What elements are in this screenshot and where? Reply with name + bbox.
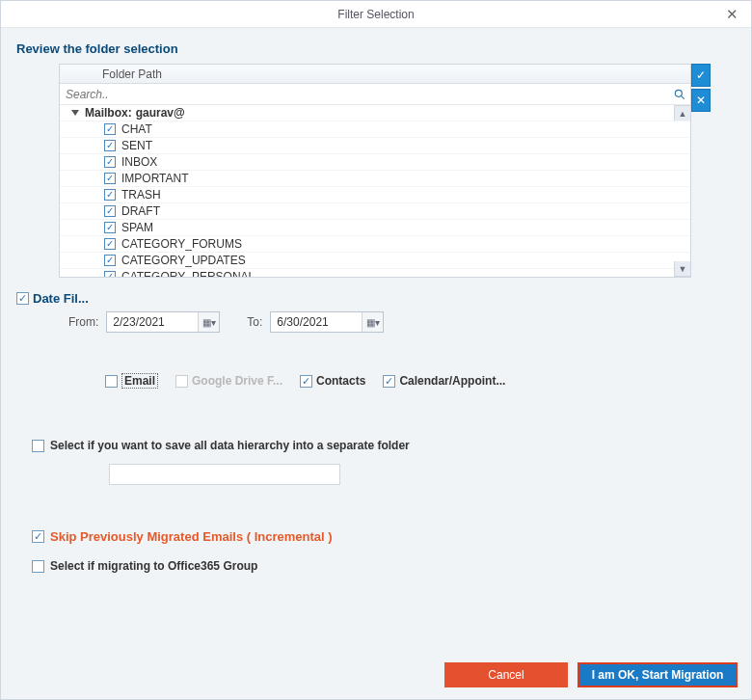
folder-panel: Folder Path ▲ Mailbox: gaurav@ CHAT SENT [59, 64, 691, 278]
cancel-button[interactable]: Cancel [444, 662, 568, 687]
to-date-value: 6/30/2021 [277, 315, 328, 329]
folder-checkbox[interactable] [104, 205, 116, 217]
folder-label: CATEGORY_UPDATES [121, 253, 246, 269]
folder-checkbox[interactable] [104, 123, 116, 135]
svg-line-1 [681, 95, 684, 98]
window-title: Filter Selection [337, 8, 414, 21]
date-filter-checkbox[interactable] [16, 292, 29, 305]
folder-item[interactable]: DRAFT [60, 203, 690, 220]
calendar-dropdown-icon[interactable]: ▦▾ [362, 312, 383, 332]
folder-checkbox[interactable] [104, 222, 116, 233]
folder-column-header[interactable]: Folder Path [60, 65, 690, 84]
folder-checkbox[interactable] [104, 238, 116, 250]
folder-item[interactable]: CHAT [60, 121, 690, 138]
folder-item[interactable]: INBOX [60, 154, 690, 171]
collapse-icon[interactable] [71, 110, 79, 116]
root-label: Mailbox: [85, 105, 132, 121]
hierarchy-folder-input[interactable] [109, 464, 340, 485]
skip-prev-checkbox[interactable] [32, 530, 44, 543]
root-email: gaurav@ [136, 105, 185, 121]
gdrive-label: Google Drive F... [192, 374, 282, 388]
search-input[interactable] [60, 85, 669, 104]
deselect-all-button[interactable]: ✕ [691, 89, 711, 112]
calendar-dropdown-icon[interactable]: ▦▾ [198, 312, 219, 332]
folder-checkbox[interactable] [104, 173, 116, 184]
from-date-value: 2/23/2021 [113, 315, 164, 329]
folder-checkbox[interactable] [104, 140, 116, 151]
folder-label: INBOX [121, 154, 157, 171]
save-hierarchy-label: Select if you want to save all data hier… [50, 439, 410, 452]
close-icon[interactable]: ✕ [720, 3, 743, 26]
select-all-button[interactable]: ✓ [691, 64, 711, 87]
o365-group-checkbox[interactable] [32, 560, 44, 573]
o365-group-label: Select if migrating to Office365 Group [50, 559, 257, 573]
folder-item[interactable]: CATEGORY_UPDATES [60, 253, 690, 269]
svg-point-0 [675, 90, 682, 96]
email-checkbox[interactable] [105, 375, 118, 388]
folder-label: SENT [121, 138, 152, 154]
folder-checkbox[interactable] [104, 189, 116, 201]
contacts-label: Contacts [316, 374, 365, 388]
scroll-up-icon[interactable]: ▲ [674, 105, 690, 121]
from-date-input[interactable]: 2/23/2021 ▦▾ [106, 311, 220, 333]
calendar-label: Calendar/Appoint... [399, 374, 505, 388]
from-label: From: [68, 315, 98, 329]
folder-checkbox[interactable] [104, 271, 116, 277]
contacts-checkbox[interactable] [300, 375, 312, 388]
calendar-checkbox[interactable] [383, 375, 395, 388]
folder-checkbox[interactable] [104, 156, 116, 168]
gdrive-checkbox [175, 375, 188, 388]
scroll-down-icon[interactable]: ▼ [674, 261, 690, 277]
folder-label: DRAFT [121, 203, 160, 220]
start-migration-button[interactable]: I am OK, Start Migration [577, 662, 738, 687]
folder-checkbox[interactable] [104, 255, 116, 266]
folder-item[interactable]: CATEGORY_PERSONAL [60, 269, 690, 277]
email-label: Email [121, 373, 158, 389]
save-hierarchy-checkbox[interactable] [32, 440, 44, 452]
folder-item[interactable]: TRASH [60, 187, 690, 203]
folder-label: CATEGORY_FORUMS [121, 236, 242, 253]
folder-item[interactable]: IMPORTANT [60, 171, 690, 187]
review-title: Review the folder selection [16, 41, 736, 56]
to-label: To: [247, 315, 262, 329]
skip-prev-label: Skip Previously Migrated Emails ( Increm… [50, 529, 333, 544]
search-icon[interactable] [669, 84, 690, 105]
tree-root[interactable]: Mailbox: gaurav@ [60, 105, 690, 121]
folder-label: SPAM [121, 220, 153, 236]
folder-item[interactable]: CATEGORY_FORUMS [60, 236, 690, 253]
date-filter-label: Date Fil... [33, 291, 89, 306]
folder-label: CHAT [121, 121, 152, 138]
to-date-input[interactable]: 6/30/2021 ▦▾ [270, 311, 384, 333]
folder-label: CATEGORY_PERSONAL [121, 269, 255, 278]
folder-item[interactable]: SENT [60, 138, 690, 154]
folder-label: TRASH [121, 187, 161, 203]
folder-label: IMPORTANT [121, 171, 189, 187]
folder-item[interactable]: SPAM [60, 220, 690, 236]
